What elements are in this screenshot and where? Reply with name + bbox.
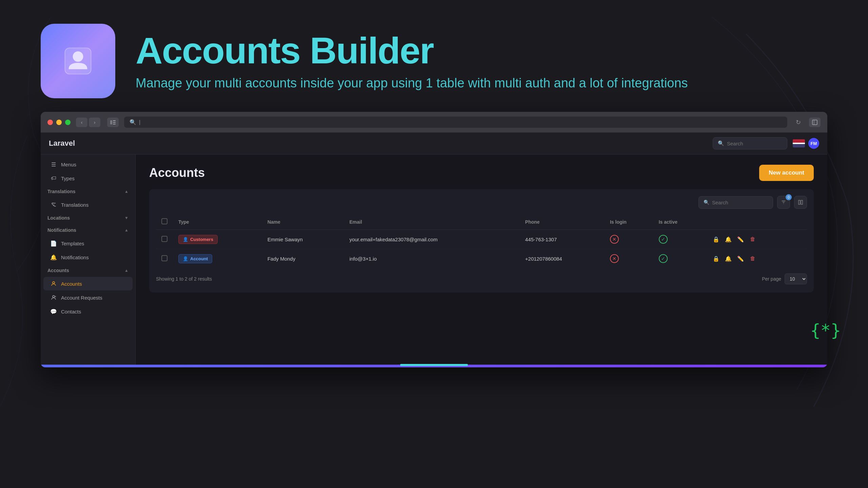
sidebar-item-contacts[interactable]: 💬 Contacts	[43, 305, 133, 318]
lock-button-1[interactable]: 🔒	[711, 235, 721, 244]
hero-icon	[41, 24, 115, 98]
table-search[interactable]: 🔍	[698, 196, 773, 209]
sidebar-item-menus[interactable]: ☰ Menus	[43, 158, 133, 171]
select-all-checkbox[interactable]	[161, 218, 167, 224]
svg-rect-3	[113, 120, 116, 121]
close-button[interactable]	[47, 120, 53, 125]
topbar-right: 🔍 FM	[713, 137, 819, 149]
user-avatar[interactable]: FM	[808, 138, 819, 149]
sidebar-types-label: Types	[61, 176, 75, 181]
chevron-up-icon-notif: ▲	[124, 228, 129, 232]
row-2-actions: 🔒 🔔 ✏️ 🗑	[706, 249, 807, 268]
columns-button[interactable]	[794, 196, 807, 209]
sidebar-section-translations[interactable]: Translations ▲	[41, 185, 135, 198]
sidebar-section-notifications[interactable]: Notifications ▲	[41, 224, 135, 236]
sidebar-section-locations[interactable]: Locations ▼	[41, 212, 135, 224]
accounts-table: Type Name Email Phone Is login Is active	[156, 214, 807, 268]
lock-button-2[interactable]: 🔒	[711, 254, 721, 263]
hero-description: Manage your multi accounts inside your a…	[136, 74, 688, 92]
sidebar-item-types[interactable]: 🏷 Types	[43, 171, 133, 185]
page-header: Accounts New account	[149, 165, 814, 181]
svg-rect-5	[113, 124, 116, 124]
svg-rect-7	[814, 120, 814, 125]
sidebar-menus-label: Menus	[61, 162, 76, 167]
col-is-active: Is active	[653, 214, 706, 230]
address-bar[interactable]: 🔍 |	[124, 117, 787, 128]
bottom-bar	[41, 365, 827, 367]
minimize-button[interactable]	[56, 120, 62, 125]
login-status-inactive: ✕	[610, 235, 619, 244]
svg-rect-4	[113, 122, 116, 123]
contacts-icon: 💬	[50, 308, 57, 315]
row-2-checkbox[interactable]	[161, 255, 167, 261]
delete-button-1[interactable]: 🗑	[748, 235, 757, 244]
expand-button[interactable]	[809, 118, 821, 127]
new-account-button[interactable]: New account	[759, 165, 814, 181]
sidebar-item-account-requests[interactable]: Account Requests	[43, 291, 133, 304]
row-1-checkbox[interactable]	[161, 236, 167, 242]
table-toolbar: 🔍 0	[156, 196, 807, 209]
bell-button-2[interactable]: 🔔	[724, 254, 733, 263]
sidebar-account-requests-label: Account Requests	[61, 295, 102, 301]
row-2-is-login: ✕	[605, 249, 653, 268]
row-1-is-login: ✕	[605, 230, 653, 249]
maximize-button[interactable]	[65, 120, 71, 125]
login-status-inactive-2: ✕	[610, 254, 619, 263]
row-1-name: Emmie Sawayn	[262, 230, 344, 249]
table-row: 👤 Customers Emmie Sawayn your.email+fake…	[156, 230, 807, 249]
menu-icon: ☰	[50, 161, 57, 168]
accounts-section-label: Accounts	[47, 268, 69, 273]
row-1-phone: 445-763-1307	[520, 230, 605, 249]
sidebar-section-accounts[interactable]: Accounts ▲	[41, 264, 135, 277]
app-content: ☰ Menus 🏷 Types Translations ▲	[41, 155, 827, 365]
svg-point-1	[73, 51, 83, 62]
bell-button-1[interactable]: 🔔	[724, 235, 733, 244]
row-1-is-active: ✓	[653, 230, 706, 249]
forward-button[interactable]: ›	[89, 118, 100, 127]
delete-button-2[interactable]: 🗑	[748, 254, 757, 263]
filter-badge: 0	[786, 194, 792, 200]
customers-badge: 👤 Customers	[178, 235, 218, 244]
sidebar-item-accounts[interactable]: Accounts	[43, 277, 133, 290]
edit-button-1[interactable]: ✏️	[736, 235, 745, 244]
sidebar-item-templates[interactable]: 📄 Templates	[43, 237, 133, 250]
bottom-indicator	[400, 364, 468, 366]
locations-section-label: Locations	[47, 215, 70, 221]
back-button[interactable]: ‹	[76, 118, 87, 127]
col-phone: Phone	[520, 214, 605, 230]
row-2-phone: +201207860084	[520, 249, 605, 268]
customers-icon: 👤	[183, 237, 188, 242]
accounts-icon	[50, 280, 57, 287]
chevron-down-icon-locations: ▼	[124, 216, 129, 220]
row-1-email: your.email+fakedata23078@gmail.com	[344, 230, 519, 249]
translations-section-label: Translations	[47, 189, 75, 194]
sidebar-toggle-button[interactable]	[107, 118, 119, 127]
table-search-input[interactable]	[712, 200, 768, 205]
topbar-search[interactable]: 🔍	[713, 137, 787, 149]
sidebar-item-notifications[interactable]: 🔔 Notifications	[43, 250, 133, 264]
filter-button[interactable]: 0	[777, 196, 790, 209]
row-2-action-icons: 🔒 🔔 ✏️ 🗑	[711, 254, 802, 263]
table-container: 🔍 0	[149, 189, 814, 292]
per-page-select[interactable]: 10 25 50 100	[785, 273, 807, 284]
sidebar-contacts-label: Contacts	[61, 309, 81, 314]
svg-rect-15	[801, 200, 803, 204]
flag-icon	[793, 139, 805, 147]
account-badge: 👤 Account	[178, 254, 212, 263]
col-email: Email	[344, 214, 519, 230]
col-checkbox	[156, 214, 173, 230]
svg-point-8	[53, 282, 55, 284]
showing-text: Showing 1 to 2 of 2 results	[156, 276, 212, 282]
sidebar-item-translations[interactable]: Translations	[43, 198, 133, 211]
account-requests-icon	[50, 294, 57, 301]
reload-button[interactable]: ↻	[793, 117, 804, 128]
decorative-icon: {*}	[810, 321, 841, 340]
svg-rect-2	[110, 120, 112, 124]
sidebar-templates-label: Templates	[61, 241, 84, 246]
topbar-search-input[interactable]	[727, 141, 782, 146]
hero-text: Accounts Builder Manage your multi accou…	[136, 30, 688, 92]
edit-button-2[interactable]: ✏️	[736, 254, 745, 263]
col-is-login: Is login	[605, 214, 653, 230]
col-type: Type	[173, 214, 262, 230]
traffic-lights	[47, 120, 71, 125]
